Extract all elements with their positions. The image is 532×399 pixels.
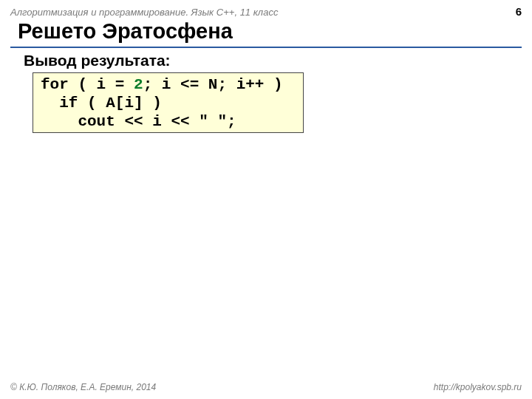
footer-url: http://kpolyakov.spb.ru: [434, 382, 522, 392]
slide-title: Решето Эратосфена: [18, 19, 233, 44]
code-l1-num: 2: [134, 76, 143, 93]
course-text: Алгоритмизация и программирование. Язык …: [10, 7, 278, 18]
subtitle: Вывод результата:: [24, 52, 171, 69]
code-l2: if ( A[i] ): [41, 95, 162, 112]
title-underline: [10, 47, 522, 48]
code-l1b: ; i <= N; i++ ): [143, 76, 283, 93]
header-bar: Алгоритмизация и программирование. Язык …: [10, 5, 522, 18]
code-l3: cout << i << " ";: [41, 113, 236, 130]
copyright-text: © К.Ю. Поляков, Е.А. Еремин, 2014: [10, 382, 156, 392]
footer: © К.Ю. Поляков, Е.А. Еремин, 2014 http:/…: [10, 382, 522, 392]
code-block: for ( i = 2; i <= N; i++ ) if ( A[i] ) c…: [33, 72, 304, 133]
code-l1a: for ( i =: [41, 76, 134, 93]
page-number: 6: [516, 5, 522, 18]
slide: Алгоритмизация и программирование. Язык …: [0, 0, 532, 399]
